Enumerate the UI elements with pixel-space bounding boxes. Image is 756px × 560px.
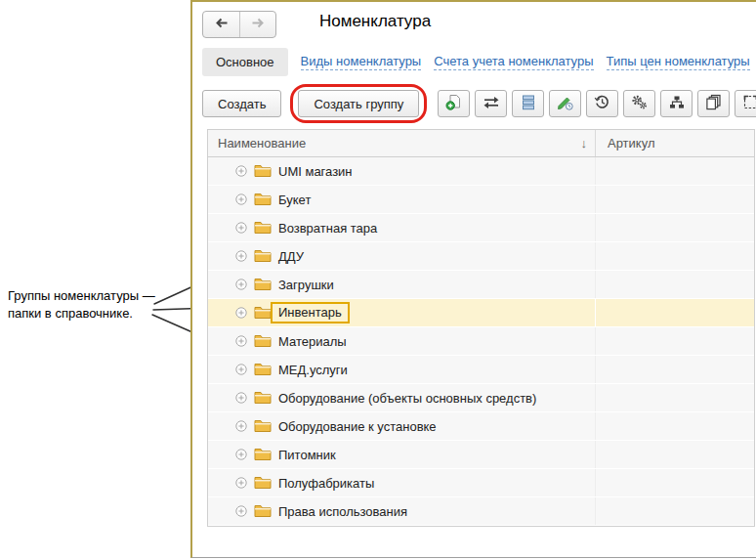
row-label: МЕД.услуги <box>278 362 348 377</box>
expand-icon[interactable] <box>235 194 247 205</box>
article-cell[interactable] <box>596 356 754 383</box>
folder-icon <box>254 476 272 490</box>
change-form-button[interactable] <box>735 90 756 117</box>
create-by-copy-button[interactable] <box>438 90 470 117</box>
tab-main[interactable]: Основное <box>202 48 288 76</box>
table-row[interactable]: UMI магазин <box>208 157 754 186</box>
article-cell[interactable] <box>596 469 754 496</box>
copies-stack-icon <box>705 94 722 113</box>
callout-line-2: папки в справочнике. <box>8 305 174 323</box>
expand-icon[interactable] <box>235 364 247 375</box>
copies-button[interactable] <box>697 90 730 117</box>
folder-icon <box>254 193 272 206</box>
row-label: Загрушки <box>278 277 334 292</box>
screenshot-stage: Группы номенклатуры — папки в справочник… <box>0 0 756 560</box>
article-cell[interactable] <box>596 242 754 270</box>
folder-icon <box>254 363 272 376</box>
column-name-label: Наименование <box>218 136 306 151</box>
move-to-group-button[interactable] <box>475 90 507 117</box>
history-nav <box>202 11 276 38</box>
row-label: Оборудование к установке <box>278 418 437 434</box>
form-frame-icon <box>742 94 756 113</box>
expand-icon[interactable] <box>235 335 247 347</box>
tab-nomenclature-kinds[interactable]: Виды номенклатуры <box>301 54 422 70</box>
expand-icon[interactable] <box>235 505 247 517</box>
tab-accounting-accounts[interactable]: Счета учета номенклатуры <box>434 54 593 70</box>
row-label: Возвратная тара <box>278 220 377 236</box>
article-cell[interactable] <box>596 412 754 440</box>
article-cell[interactable] <box>596 327 754 355</box>
expand-icon[interactable] <box>235 420 247 432</box>
column-header-article[interactable]: Артикул <box>596 130 754 156</box>
expand-icon[interactable] <box>235 279 247 290</box>
article-cell[interactable] <box>596 299 754 326</box>
article-cell[interactable] <box>596 497 754 525</box>
table-row[interactable]: МЕД.услуги <box>208 356 754 384</box>
table-row[interactable]: Возвратная тара <box>208 214 754 242</box>
edit-pencil-clock-icon <box>557 94 573 113</box>
back-button[interactable] <box>203 12 239 37</box>
folder-icon <box>254 391 272 405</box>
article-cell[interactable] <box>596 214 754 241</box>
column-header-name[interactable]: Наименование ↓ <box>208 130 596 156</box>
table-row[interactable]: ДДУ <box>208 242 754 271</box>
forward-button[interactable] <box>239 12 275 37</box>
expand-icon[interactable] <box>235 392 247 404</box>
settings-button[interactable] <box>623 90 655 117</box>
list-toolbar: Создать Создать группу <box>202 90 756 117</box>
table-row[interactable]: Оборудование к установке <box>208 412 754 441</box>
expand-icon[interactable] <box>235 165 247 177</box>
forward-arrow-icon <box>251 16 266 33</box>
folder-icon <box>254 419 272 433</box>
row-label: Букет <box>278 192 311 207</box>
selected-cell: Инвентарь <box>271 302 350 323</box>
row-label: Полуфабрикаты <box>278 475 374 491</box>
article-cell[interactable] <box>596 157 754 185</box>
table-header: Наименование ↓ Артикул <box>208 130 754 157</box>
row-label: UMI магазин <box>278 163 353 179</box>
edit-button[interactable] <box>549 90 581 117</box>
expand-icon[interactable] <box>235 222 247 234</box>
hierarchy-view-button[interactable] <box>660 90 693 117</box>
table-row[interactable]: Полуфабрикаты <box>208 469 754 497</box>
row-label: ДДУ <box>278 248 304 264</box>
back-arrow-icon <box>214 16 229 33</box>
article-cell[interactable] <box>596 441 754 468</box>
expand-icon[interactable] <box>235 449 247 460</box>
tab-price-types[interactable]: Типы цен номенклатуры <box>607 54 750 70</box>
create-by-copy-icon <box>445 94 462 113</box>
history-button[interactable] <box>586 90 618 117</box>
article-cell[interactable] <box>596 186 754 213</box>
sort-descending-icon: ↓ <box>581 136 588 151</box>
nomenclature-table: Наименование ↓ Артикул UMI магазин Букет… <box>207 129 755 527</box>
table-row[interactable]: Материалы <box>208 327 754 356</box>
tab-bar: Основное Виды номенклатуры Счета учета н… <box>202 47 750 76</box>
row-label: Питомник <box>278 447 336 462</box>
callout-line-1: Группы номенклатуры — <box>8 287 174 305</box>
list-view-button[interactable] <box>512 90 544 117</box>
folder-icon <box>254 164 272 178</box>
table-row[interactable]: Права использования <box>208 497 754 526</box>
history-icon <box>594 94 610 113</box>
create-button[interactable]: Создать <box>202 90 281 117</box>
article-cell[interactable] <box>596 271 754 298</box>
folder-icon <box>254 249 272 263</box>
table-row[interactable]: Оборудование (объекты основных средств) <box>208 384 754 412</box>
expand-icon[interactable] <box>235 250 247 262</box>
folder-icon <box>254 334 272 348</box>
move-to-group-icon <box>483 96 500 112</box>
table-row-selected[interactable]: Инвентарь <box>208 299 754 327</box>
table-row[interactable]: Букет <box>208 186 754 214</box>
settings-gears-icon <box>631 94 648 113</box>
expand-icon[interactable] <box>235 477 247 489</box>
hierarchy-icon <box>669 95 685 113</box>
column-article-label: Артикул <box>608 136 654 151</box>
create-group-button[interactable]: Создать группу <box>298 90 419 117</box>
table-row[interactable]: Питомник <box>208 441 754 469</box>
expand-icon[interactable] <box>235 307 247 319</box>
table-row[interactable]: Загрушки <box>208 271 754 299</box>
folder-icon <box>254 306 272 320</box>
row-label: Оборудование (объекты основных средств) <box>278 390 536 406</box>
folder-icon <box>254 504 272 518</box>
article-cell[interactable] <box>596 384 754 411</box>
